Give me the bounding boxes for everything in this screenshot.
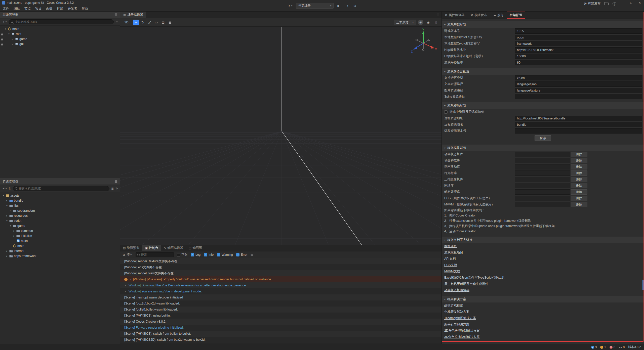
section-header-0[interactable]: ▾游戏基础配置: [442, 21, 644, 28]
link-游戏模板项目[interactable]: 游戏模板项目: [444, 250, 463, 255]
section-header-4[interactable]: ▾框架文档工具链接: [442, 237, 644, 243]
refresh-icon[interactable]: ↻: [115, 187, 118, 190]
link-战棋游戏框架[interactable]: 战棋游戏框架: [444, 303, 463, 308]
add-node-button[interactable]: ＋▾: [2, 20, 7, 24]
section-header-5[interactable]: ▾框架解决方案: [442, 296, 644, 302]
tab-控制台[interactable]: ▣控制台: [142, 245, 161, 251]
panel-menu-icon[interactable]: ☰: [114, 13, 117, 17]
field-input[interactable]: 10000: [515, 54, 642, 59]
link-教程项目[interactable]: 教程项目: [444, 244, 457, 248]
lock-icon[interactable]: [1, 33, 3, 36]
add-asset-button[interactable]: ＋▾: [2, 186, 7, 191]
help-icon[interactable]: ?: [613, 2, 616, 6]
scene-select-dropdown[interactable]: 当前场景 ▾: [296, 3, 334, 9]
field-input[interactable]: 1.0.5: [515, 28, 642, 34]
checkbox[interactable]: ✓: [191, 253, 194, 256]
tree-node-bundle[interactable]: ▸bundle: [0, 198, 120, 203]
delete-module-button[interactable]: 删除: [571, 183, 587, 188]
log-row[interactable]: [Scene] [bullet]:bullet wasm lib loaded.: [120, 307, 441, 313]
tree-node-root[interactable]: ▾root: [0, 31, 120, 36]
field-input[interactable]: oops: [515, 35, 642, 40]
checkbox[interactable]: ✓: [217, 253, 220, 256]
filter-icon[interactable]: ≣: [111, 187, 114, 190]
mode-3d-toggle[interactable]: 3D: [123, 20, 130, 25]
step-button[interactable]: ⇥: [344, 3, 350, 9]
delete-module-button[interactable]: 删除: [571, 164, 587, 169]
tree-node-Main[interactable]: TSMain: [0, 238, 120, 243]
log-row[interactable]: [Scene] Cocos Creator v3.8.2: [120, 319, 441, 325]
tree-node-game[interactable]: ▾game: [0, 223, 120, 228]
field-input[interactable]: framework: [515, 41, 642, 46]
tree-expand-arrow[interactable]: ▾: [9, 225, 12, 227]
panel-menu-icon[interactable]: ☰: [114, 180, 117, 183]
tree-expand-arrow[interactable]: ▸: [6, 199, 8, 202]
link-Tiledmap地图解决方案[interactable]: Tiledmap地图解决方案: [444, 316, 476, 320]
menu-文件[interactable]: 文件: [1, 7, 11, 11]
checkbox[interactable]: ✓: [204, 253, 207, 256]
tree-expand-arrow[interactable]: ▾: [6, 220, 8, 222]
log-row[interactable]: [Window] ecs文件夹不存在: [120, 264, 441, 270]
log-row[interactable]: [Scene] [PHYSICS2D]: switch from box2d-w…: [120, 337, 441, 343]
menu-节点[interactable]: 节点: [22, 7, 33, 11]
hierarchy-search[interactable]: [9, 19, 114, 24]
tree-node-assets[interactable]: ▾assets: [0, 193, 120, 198]
tab-属性检查器[interactable]: ⚙属性检查器: [442, 12, 467, 19]
camera-icon[interactable]: ◉: [425, 20, 431, 25]
tree-node-internal[interactable]: ▸internal: [0, 248, 120, 253]
checkbox[interactable]: ✓: [236, 253, 239, 256]
field-input[interactable]: language/json: [515, 81, 642, 87]
tab-动画编辑器[interactable]: ✎动画编辑器: [161, 245, 186, 251]
log-row[interactable]: >[Window] You are running Vue in develop…: [120, 288, 441, 294]
rotate-tool-icon[interactable]: ↻: [140, 20, 146, 25]
field-input[interactable]: language/texture: [515, 88, 642, 93]
log-row[interactable]: [Scene] [PHYSICS]: using builtin.: [120, 313, 441, 319]
tree-node-main[interactable]: main: [0, 243, 120, 248]
scale-tool-icon[interactable]: ⤢: [146, 20, 152, 25]
tab-资源预览[interactable]: ▤资源预览: [120, 245, 142, 251]
move-tool-icon[interactable]: ⌖: [133, 20, 139, 25]
tree-expand-arrow[interactable]: ▾: [2, 194, 5, 197]
hierarchy-search-input[interactable]: [15, 20, 111, 24]
section-header-2[interactable]: ▾游戏资源配置: [442, 102, 644, 109]
scrollbar-thumb[interactable]: [642, 280, 644, 290]
rect-tool-icon[interactable]: ▭: [153, 20, 159, 25]
save-button[interactable]: 保存: [535, 135, 551, 141]
delete-module-button[interactable]: 删除: [571, 170, 587, 176]
tree-expand-arrow[interactable]: ▾: [6, 204, 8, 207]
tree-node-initialize[interactable]: ▸initialize: [0, 233, 120, 238]
tab-构建发布[interactable]: ⚒构建发布: [467, 12, 490, 19]
log-row[interactable]: [Scene] Forward render pipeline initiali…: [120, 325, 441, 331]
tab-框架配置[interactable]: 框架配置: [507, 12, 525, 19]
filter-正则[interactable]: 正则: [177, 253, 187, 257]
remote-load-checkbox-row[interactable]: 游戏中资源是否远程加载: [442, 109, 644, 115]
minimize-button[interactable]: ─: [618, 0, 627, 6]
filter-Info[interactable]: ✓Info: [204, 253, 214, 256]
lock-icon[interactable]: [1, 43, 3, 46]
tab-scene-editor[interactable]: ▦ 场景编辑器: [120, 12, 146, 18]
link-API文档[interactable]: API文档: [444, 257, 456, 261]
message-count[interactable]: ● 3: [591, 345, 597, 349]
tab-动画图[interactable]: ◫动画图: [186, 245, 205, 251]
tree-node-common[interactable]: ▸common: [0, 228, 120, 233]
delete-module-button[interactable]: 删除: [571, 152, 587, 157]
tree-expand-arrow[interactable]: ▸: [6, 255, 8, 257]
field-input[interactable]: bundle: [515, 122, 642, 127]
link-原生包热更新配置自动生成插件[interactable]: 原生包热更新配置自动生成插件: [444, 282, 488, 286]
tree-node-oops-framework[interactable]: ▸oops-framework: [0, 253, 120, 258]
export-log-icon[interactable]: ▤: [251, 253, 253, 256]
warning-count[interactable]: ! 1: [600, 345, 606, 349]
checkbox[interactable]: [444, 110, 448, 114]
lock-icon[interactable]: [1, 38, 3, 41]
expand-arrow[interactable]: >: [130, 278, 131, 281]
menu-项目[interactable]: 项目: [33, 7, 44, 11]
light-toggle-icon[interactable]: ☀: [418, 20, 423, 25]
build-publish-button[interactable]: ⚒ 构建发布: [584, 2, 600, 6]
field-input[interactable]: [515, 128, 642, 134]
field-input[interactable]: http://localhost:8083/assets/bundle: [515, 116, 642, 121]
log-row[interactable]: [Scene] [PHYSICS]: switch from builtin t…: [120, 331, 441, 337]
maximize-button[interactable]: □: [627, 0, 635, 6]
console-search[interactable]: [136, 252, 174, 257]
tree-expand-arrow[interactable]: ▸: [11, 43, 14, 45]
delete-module-button[interactable]: 删除: [571, 177, 587, 182]
delete-module-button[interactable]: 删除: [571, 189, 587, 195]
